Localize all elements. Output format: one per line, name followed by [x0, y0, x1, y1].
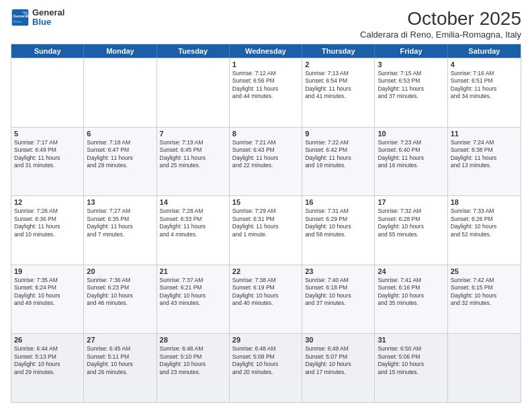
cell-info: Sunrise: 7:17 AM Sunset: 6:49 PM Dayligh…	[14, 139, 81, 170]
cell-info: Sunrise: 7:12 AM Sunset: 6:56 PM Dayligh…	[232, 70, 299, 101]
calendar-cell-25: 25Sunrise: 7:42 AM Sunset: 6:15 PM Dayli…	[448, 265, 521, 334]
calendar-cell-1: 1Sunrise: 7:12 AM Sunset: 6:56 PM Daylig…	[230, 58, 302, 127]
calendar-cell-20: 20Sunrise: 7:36 AM Sunset: 6:23 PM Dayli…	[84, 265, 157, 334]
calendar-cell-empty-4-6	[448, 334, 521, 402]
logo: General Blue General Blue	[11, 8, 64, 28]
cell-info: Sunrise: 7:26 AM Sunset: 6:36 PM Dayligh…	[14, 208, 81, 238]
cell-date: 17	[378, 198, 444, 206]
cell-info: Sunrise: 7:37 AM Sunset: 6:21 PM Dayligh…	[160, 277, 226, 308]
cell-date: 14	[160, 198, 226, 206]
cell-info: Sunrise: 6:50 AM Sunset: 5:06 PM Dayligh…	[378, 345, 444, 376]
cell-date: 18	[451, 198, 518, 206]
day-header-saturday: Saturday	[448, 44, 521, 58]
cell-info: Sunrise: 7:40 AM Sunset: 6:18 PM Dayligh…	[305, 277, 371, 308]
calendar-cell-22: 22Sunrise: 7:38 AM Sunset: 6:19 PM Dayli…	[230, 265, 302, 334]
day-header-wednesday: Wednesday	[230, 44, 302, 58]
cell-info: Sunrise: 7:35 AM Sunset: 6:24 PM Dayligh…	[14, 277, 81, 308]
cell-date: 28	[160, 336, 226, 344]
calendar-cell-31: 31Sunrise: 6:50 AM Sunset: 5:06 PM Dayli…	[375, 334, 447, 402]
calendar-row-5: 26Sunrise: 6:44 AM Sunset: 5:13 PM Dayli…	[11, 333, 521, 402]
calendar-cell-empty-0-2	[157, 58, 230, 127]
calendar-cell-empty-0-0	[11, 58, 84, 127]
subtitle: Calderara di Reno, Emilia-Romagna, Italy	[360, 30, 521, 40]
calendar-cell-11: 11Sunrise: 7:24 AM Sunset: 6:38 PM Dayli…	[448, 128, 521, 196]
calendar-cell-15: 15Sunrise: 7:29 AM Sunset: 6:31 PM Dayli…	[230, 196, 302, 265]
cell-date: 5	[14, 130, 81, 138]
cell-date: 6	[87, 130, 153, 138]
cell-date: 12	[14, 198, 81, 206]
calendar-cell-18: 18Sunrise: 7:33 AM Sunset: 6:26 PM Dayli…	[448, 196, 521, 265]
calendar-cell-2: 2Sunrise: 7:13 AM Sunset: 6:54 PM Daylig…	[302, 58, 375, 127]
cell-date: 31	[378, 336, 444, 344]
svg-text:Blue: Blue	[13, 19, 23, 24]
day-header-sunday: Sunday	[11, 44, 84, 58]
cell-date: 25	[451, 267, 518, 275]
month-title: October 2025	[360, 8, 521, 30]
day-header-thursday: Thursday	[302, 44, 375, 58]
cell-info: Sunrise: 7:36 AM Sunset: 6:23 PM Dayligh…	[87, 277, 153, 308]
cell-date: 21	[160, 267, 226, 275]
cell-info: Sunrise: 7:24 AM Sunset: 6:38 PM Dayligh…	[451, 139, 518, 170]
cell-info: Sunrise: 7:16 AM Sunset: 6:51 PM Dayligh…	[451, 70, 518, 101]
calendar-cell-9: 9Sunrise: 7:22 AM Sunset: 6:42 PM Daylig…	[302, 128, 375, 196]
cell-info: Sunrise: 6:46 AM Sunset: 5:10 PM Dayligh…	[160, 345, 226, 376]
calendar: SundayMondayTuesdayWednesdayThursdayFrid…	[11, 44, 521, 403]
title-block: October 2025 Calderara di Reno, Emilia-R…	[360, 8, 521, 40]
calendar-cell-16: 16Sunrise: 7:31 AM Sunset: 6:29 PM Dayli…	[302, 196, 375, 265]
cell-date: 29	[232, 336, 299, 344]
calendar-cell-29: 29Sunrise: 6:48 AM Sunset: 5:08 PM Dayli…	[230, 334, 302, 402]
cell-info: Sunrise: 6:48 AM Sunset: 5:08 PM Dayligh…	[232, 345, 299, 376]
cell-date: 26	[14, 336, 81, 344]
cell-info: Sunrise: 7:28 AM Sunset: 6:33 PM Dayligh…	[160, 208, 226, 238]
cell-info: Sunrise: 7:38 AM Sunset: 6:19 PM Dayligh…	[232, 277, 299, 308]
cell-info: Sunrise: 7:31 AM Sunset: 6:29 PM Dayligh…	[305, 208, 371, 238]
calendar-cell-30: 30Sunrise: 6:49 AM Sunset: 5:07 PM Dayli…	[302, 334, 375, 402]
cell-info: Sunrise: 6:44 AM Sunset: 5:13 PM Dayligh…	[14, 345, 81, 376]
cell-info: Sunrise: 7:13 AM Sunset: 6:54 PM Dayligh…	[305, 70, 371, 101]
calendar-row-3: 12Sunrise: 7:26 AM Sunset: 6:36 PM Dayli…	[11, 195, 521, 265]
calendar-cell-6: 6Sunrise: 7:18 AM Sunset: 6:47 PM Daylig…	[84, 128, 157, 196]
cell-info: Sunrise: 7:19 AM Sunset: 6:45 PM Dayligh…	[160, 139, 226, 170]
calendar-cell-17: 17Sunrise: 7:32 AM Sunset: 6:28 PM Dayli…	[375, 196, 447, 265]
calendar-cell-3: 3Sunrise: 7:15 AM Sunset: 6:53 PM Daylig…	[375, 58, 447, 127]
cell-info: Sunrise: 7:23 AM Sunset: 6:40 PM Dayligh…	[378, 139, 444, 170]
cell-date: 10	[378, 130, 444, 138]
day-header-tuesday: Tuesday	[157, 44, 230, 58]
calendar-cell-7: 7Sunrise: 7:19 AM Sunset: 6:45 PM Daylig…	[157, 128, 230, 196]
calendar-cell-13: 13Sunrise: 7:27 AM Sunset: 6:35 PM Dayli…	[84, 196, 157, 265]
page: General Blue General Blue October 2025 C…	[0, 0, 532, 411]
cell-date: 30	[305, 336, 371, 344]
cell-date: 24	[378, 267, 444, 275]
calendar-row-4: 19Sunrise: 7:35 AM Sunset: 6:24 PM Dayli…	[11, 265, 521, 334]
calendar-cell-12: 12Sunrise: 7:26 AM Sunset: 6:36 PM Dayli…	[11, 196, 84, 265]
cell-info: Sunrise: 7:29 AM Sunset: 6:31 PM Dayligh…	[232, 208, 299, 238]
cell-date: 8	[232, 130, 299, 138]
calendar-cell-28: 28Sunrise: 6:46 AM Sunset: 5:10 PM Dayli…	[157, 334, 230, 402]
calendar-cell-26: 26Sunrise: 6:44 AM Sunset: 5:13 PM Dayli…	[11, 334, 84, 402]
cell-date: 2	[305, 60, 371, 68]
cell-info: Sunrise: 7:18 AM Sunset: 6:47 PM Dayligh…	[87, 139, 153, 170]
cell-date: 20	[87, 267, 153, 275]
cell-date: 22	[232, 267, 299, 275]
calendar-cell-8: 8Sunrise: 7:21 AM Sunset: 6:43 PM Daylig…	[230, 128, 302, 196]
cell-info: Sunrise: 7:33 AM Sunset: 6:26 PM Dayligh…	[451, 208, 518, 238]
cell-date: 16	[305, 198, 371, 206]
cell-date: 1	[232, 60, 299, 68]
calendar-cell-10: 10Sunrise: 7:23 AM Sunset: 6:40 PM Dayli…	[375, 128, 447, 196]
cell-info: Sunrise: 6:45 AM Sunset: 5:11 PM Dayligh…	[87, 345, 153, 376]
cell-info: Sunrise: 7:41 AM Sunset: 6:16 PM Dayligh…	[378, 277, 444, 308]
cell-date: 3	[378, 60, 444, 68]
calendar-cell-27: 27Sunrise: 6:45 AM Sunset: 5:11 PM Dayli…	[84, 334, 157, 402]
cell-date: 13	[87, 198, 153, 206]
calendar-header: SundayMondayTuesdayWednesdayThursdayFrid…	[11, 44, 521, 58]
day-header-friday: Friday	[375, 44, 447, 58]
cell-info: Sunrise: 7:32 AM Sunset: 6:28 PM Dayligh…	[378, 208, 444, 238]
cell-date: 9	[305, 130, 371, 138]
calendar-row-1: 1Sunrise: 7:12 AM Sunset: 6:56 PM Daylig…	[11, 58, 521, 127]
cell-info: Sunrise: 7:15 AM Sunset: 6:53 PM Dayligh…	[378, 70, 444, 101]
calendar-row-2: 5Sunrise: 7:17 AM Sunset: 6:49 PM Daylig…	[11, 127, 521, 196]
day-header-monday: Monday	[84, 44, 157, 58]
logo-text: General Blue	[32, 8, 64, 28]
calendar-cell-4: 4Sunrise: 7:16 AM Sunset: 6:51 PM Daylig…	[448, 58, 521, 127]
calendar-cell-5: 5Sunrise: 7:17 AM Sunset: 6:49 PM Daylig…	[11, 128, 84, 196]
